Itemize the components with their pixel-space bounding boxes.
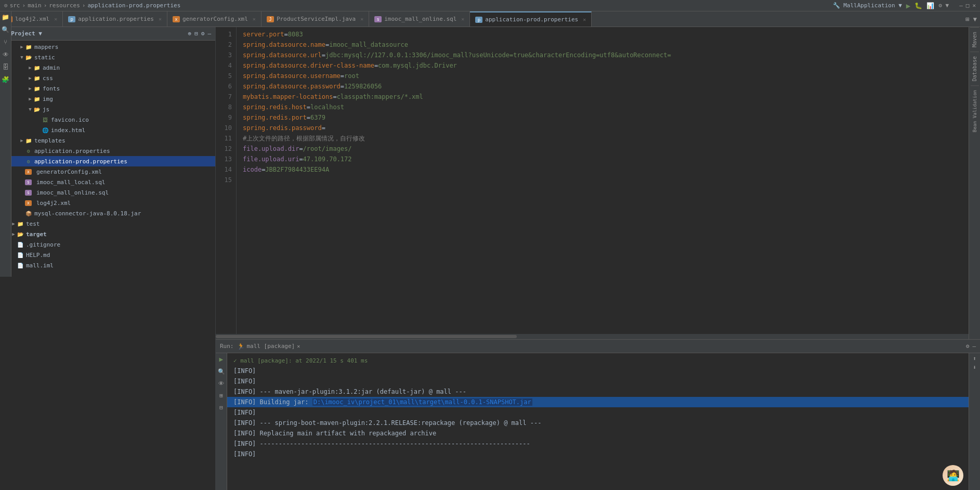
settings-btn[interactable]: ⚙ xyxy=(201,30,205,37)
tree-label-mall-iml: mall.iml xyxy=(26,262,54,269)
code-key-6: spring.datasource.password xyxy=(243,81,341,92)
locate-btn[interactable]: ⊕ xyxy=(188,30,192,37)
run-tab-close[interactable]: ✕ xyxy=(297,343,300,349)
tree-label-mysql-jar: mysql-connector-java-8.0.18.jar xyxy=(34,210,141,217)
log-scroll-down[interactable]: ⬇ xyxy=(973,364,976,371)
run-tab[interactable]: 🏃 mall [package] ✕ xyxy=(237,343,300,350)
tree-item-mysql-jar[interactable]: ▶ 📦 mysql-connector-java-8.0.18.jar xyxy=(0,208,215,218)
bottom-minimize-btn[interactable]: — xyxy=(972,343,976,350)
sidebar-tree: ▶ 📁 mappers ▼ 📂 static ▶ 📁 admin ▶ 📁 xyxy=(0,41,215,490)
tree-item-log4j2[interactable]: ▶ x log4j2.xml xyxy=(0,198,215,208)
log-text-9: [INFO] xyxy=(233,450,256,458)
log-line-7: [INFO] Replacing main artifact with repa… xyxy=(227,428,969,439)
log-text-8: [INFO] ---------------------------------… xyxy=(233,440,530,447)
profile-btn[interactable]: 📊 xyxy=(926,2,934,9)
minimize-sidebar-btn[interactable]: — xyxy=(207,30,211,37)
more-btn[interactable]: ⚙ ▼ xyxy=(938,2,949,9)
tree-item-fonts[interactable]: ▶ 📁 fonts xyxy=(0,83,215,94)
editor-area[interactable]: 1 2 3 4 5 6 7 8 9 10 11 12 13 xyxy=(216,27,969,339)
tab-gen-config[interactable]: x generatorConfig.xml ✕ xyxy=(167,11,262,27)
tab-icon-props: p xyxy=(68,16,75,22)
right-tab-database[interactable]: Database xyxy=(970,51,979,85)
tree-item-gitignore[interactable]: ▶ 📄 .gitignore xyxy=(0,239,215,250)
tab-close-gen-config[interactable]: ✕ xyxy=(253,16,256,22)
editor-hscroll[interactable] xyxy=(216,334,969,339)
tree-item-static[interactable]: ▼ 📂 static xyxy=(0,52,215,62)
tab-bar: x log4j2.xml ✕ p application.properties … xyxy=(0,11,980,27)
close-btn[interactable]: ✕ xyxy=(972,2,976,9)
window-controls: — □ ✕ xyxy=(959,2,976,9)
tree-item-admin[interactable]: ▶ 📁 admin xyxy=(0,62,215,73)
code-key-10: spring.redis.password xyxy=(243,123,322,133)
tree-item-app-prod-props[interactable]: ▶ ⚙ application-prod.properties xyxy=(0,156,215,166)
tab-label-gen-config: generatorConfig.xml xyxy=(182,16,248,22)
tree-item-online-sql[interactable]: ▶ s imooc_mall_online.sql xyxy=(0,187,215,198)
folder-icon-js: 📂 xyxy=(33,106,41,113)
tree-item-templates[interactable]: ▶ 📁 templates xyxy=(0,135,215,146)
tree-item-index-html[interactable]: ▶ 🌐 index.html xyxy=(0,125,215,135)
tree-item-gen-config[interactable]: ▶ x generatorConfig.xml xyxy=(0,166,215,177)
tab-mall-sql[interactable]: s imooc_mall_online.sql ✕ xyxy=(369,11,470,27)
tab-app-prod[interactable]: p application-prod.properties ✕ xyxy=(470,11,592,27)
run-play-btn[interactable]: ▶ xyxy=(219,355,224,363)
right-tab-maven[interactable]: Maven xyxy=(970,27,979,51)
tree-item-app-properties[interactable]: ▶ ⚙ application.properties xyxy=(0,146,215,156)
collapse-btn[interactable]: ⊟ xyxy=(194,30,198,37)
folder-icon-img: 📁 xyxy=(33,95,41,102)
avatar-emoji: 🧑‍💻 xyxy=(947,469,960,482)
tab-app-props[interactable]: p application.properties ✕ xyxy=(63,11,167,27)
run-eye-btn[interactable]: 👁 xyxy=(218,380,224,387)
tree-item-mappers[interactable]: ▶ 📁 mappers xyxy=(0,42,215,52)
activity-eye-btn[interactable]: 👁 xyxy=(3,51,9,58)
debug-btn[interactable]: 🐛 xyxy=(914,2,922,9)
tab-close-log4j2[interactable]: ✕ xyxy=(54,16,57,22)
tree-item-target[interactable]: ▶ 📂 target xyxy=(0,229,215,239)
tree-item-favicon[interactable]: ▶ 🖼 favicon.ico xyxy=(0,114,215,125)
code-hkey-12: file.upload.dir xyxy=(243,144,299,154)
bottom-settings-btn[interactable]: ⚙ xyxy=(966,343,970,350)
activity-git-btn[interactable]: ⑂ xyxy=(4,38,7,46)
run-btn[interactable]: ▶ xyxy=(906,2,910,10)
run-down-btn[interactable]: ⊟ xyxy=(219,404,223,411)
tab-product-svc[interactable]: J ProductServiceImpl.java ✕ xyxy=(262,11,369,27)
log-line-2: [INFO] xyxy=(227,376,969,386)
code-area[interactable]: server.port=8083 spring.datasource.name=… xyxy=(237,27,969,334)
top-right-tools: 🔧 MallApplication ▼ ▶ 🐛 📊 ⚙ ▼ — □ ✕ xyxy=(833,2,976,10)
main-content: ⊙ Project ▼ ⊕ ⊟ ⚙ — ▶ 📁 mappers ▼ 📂 stat… xyxy=(0,27,980,490)
run-filter-btn[interactable]: ⊞ xyxy=(219,392,223,399)
tree-label-fonts: fonts xyxy=(43,85,60,92)
tree-item-test[interactable]: ▶ 📁 test xyxy=(0,218,215,229)
tree-item-js[interactable]: ▼ 📂 js xyxy=(0,104,215,114)
log-text-7: [INFO] Replacing main artifact with repa… xyxy=(233,430,436,437)
log-scroll-up[interactable]: ⬆ xyxy=(973,355,976,362)
activity-puzzle-btn[interactable]: 🧩 xyxy=(2,76,9,83)
activity-db-btn[interactable]: 🗄 xyxy=(3,63,9,71)
activity-search-btn[interactable]: 🔍 xyxy=(2,26,9,33)
log-line-8: [INFO] ---------------------------------… xyxy=(227,439,969,449)
run-search-btn[interactable]: 🔍 xyxy=(218,368,225,375)
maximize-btn[interactable]: □ xyxy=(966,2,970,9)
tree-item-mall-iml[interactable]: ▶ 📄 mall.iml xyxy=(0,260,215,270)
activity-project-btn[interactable]: 📁 xyxy=(2,14,9,21)
tree-item-css[interactable]: ▶ 📁 css xyxy=(0,73,215,83)
tree-item-help-md[interactable]: ▶ 📄 HELP.md xyxy=(0,250,215,260)
tree-item-local-sql[interactable]: ▶ s imooc_mall_local.sql xyxy=(0,177,215,187)
right-tab-bean-validation[interactable]: Bean Validation xyxy=(971,85,979,136)
code-line-3: spring.datasource.url=jdbc:mysql://127.0… xyxy=(243,50,969,60)
tree-label-local-sql: imooc_mall_local.sql xyxy=(36,179,105,186)
code-key-1: server.port xyxy=(243,29,284,40)
tab-list-btn[interactable]: ⊞ ▼ xyxy=(965,16,977,23)
editor-hscroll-thumb[interactable] xyxy=(216,335,517,338)
tree-item-img[interactable]: ▶ 📁 img xyxy=(0,94,215,104)
minimize-btn[interactable]: — xyxy=(959,2,963,9)
tab-close-app-prod[interactable]: ✕ xyxy=(583,17,586,22)
tab-close-product-svc[interactable]: ✕ xyxy=(360,16,363,22)
file-icon-gitignore: 📄 xyxy=(17,241,24,248)
code-hkey-13: file.upload.uri xyxy=(243,154,299,164)
run-config-dropdown[interactable]: 🔧 MallApplication ▼ xyxy=(833,2,902,9)
tab-close-mall-sql[interactable]: ✕ xyxy=(461,16,464,22)
tab-close-app-props[interactable]: ✕ xyxy=(159,16,162,22)
folder-icon-target: 📂 xyxy=(17,230,24,238)
sidebar-tools: ⊕ ⊟ ⚙ — xyxy=(188,30,212,37)
log-text-6: [INFO] --- spring-boot-maven-plugin:2.2.… xyxy=(233,419,541,427)
